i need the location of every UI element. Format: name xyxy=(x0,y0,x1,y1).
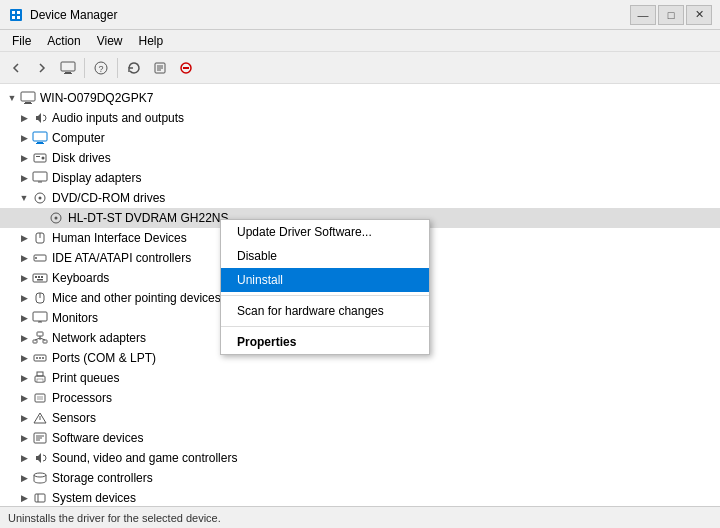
svg-rect-45 xyxy=(37,332,43,336)
svg-rect-38 xyxy=(41,276,43,278)
audio-icon xyxy=(32,110,48,126)
toolbar-refresh[interactable] xyxy=(122,56,146,80)
mouse-icon xyxy=(32,290,48,306)
ctx-update-driver[interactable]: Update Driver Software... xyxy=(221,220,429,244)
ctx-disable[interactable]: Disable xyxy=(221,244,429,268)
expand-root: ▼ xyxy=(4,88,20,108)
tree-item-label: Human Interface Devices xyxy=(52,231,187,245)
storage-icon xyxy=(32,470,48,486)
tree-item-label: Monitors xyxy=(52,311,98,325)
ide-icon xyxy=(32,250,48,266)
tree-item-label: Processors xyxy=(52,391,112,405)
svg-rect-0 xyxy=(10,9,22,21)
tree-item-display[interactable]: ▶ Display adapters xyxy=(0,168,720,188)
root-icon xyxy=(20,90,36,106)
toolbar: ? xyxy=(0,52,720,84)
toolbar-computer[interactable] xyxy=(56,56,80,80)
ctx-item-label: Disable xyxy=(237,249,277,263)
system-icon xyxy=(32,490,48,506)
processor-icon xyxy=(32,390,48,406)
svg-rect-23 xyxy=(36,156,40,157)
app-icon xyxy=(8,7,24,23)
expand-icon: ▶ xyxy=(16,128,32,148)
menu-view[interactable]: View xyxy=(89,30,131,52)
svg-rect-1 xyxy=(12,11,15,14)
menu-file[interactable]: File xyxy=(4,30,39,52)
svg-rect-46 xyxy=(33,340,37,343)
menu-help[interactable]: Help xyxy=(131,30,172,52)
maximize-button[interactable]: □ xyxy=(658,5,684,25)
tree-item-sensors[interactable]: ▶ Sensors xyxy=(0,408,720,428)
expand-icon: ▶ xyxy=(16,228,32,248)
svg-rect-18 xyxy=(24,103,32,104)
tree-item-label: Software devices xyxy=(52,431,143,445)
dvd-icon xyxy=(32,190,48,206)
expand-icon: ▶ xyxy=(16,428,32,448)
expand-icon: ▶ xyxy=(16,468,32,488)
tree-item-print[interactable]: ▶ Print queues xyxy=(0,368,720,388)
tree-item-label: System devices xyxy=(52,491,136,505)
tree-item-system[interactable]: ▶ System devices xyxy=(0,488,720,506)
tree-item-label: Disk drives xyxy=(52,151,111,165)
toolbar-back[interactable] xyxy=(4,56,28,80)
toolbar-help[interactable]: ? xyxy=(89,56,113,80)
toolbar-forward[interactable] xyxy=(30,56,54,80)
disk-icon xyxy=(32,150,48,166)
tree-item-label: Print queues xyxy=(52,371,119,385)
svg-point-28 xyxy=(39,197,42,200)
ports-icon xyxy=(32,350,48,366)
ctx-item-label: Properties xyxy=(237,335,296,349)
close-button[interactable]: ✕ xyxy=(686,5,712,25)
toolbar-properties[interactable] xyxy=(148,56,172,80)
menu-action[interactable]: Action xyxy=(39,30,88,52)
svg-line-49 xyxy=(35,338,40,340)
svg-rect-37 xyxy=(38,276,40,278)
tree-item-label: Sensors xyxy=(52,411,96,425)
svg-point-34 xyxy=(35,257,37,259)
svg-rect-25 xyxy=(33,172,47,181)
display-icon xyxy=(32,170,48,186)
cdrom-icon xyxy=(48,210,64,226)
expand-icon: ▶ xyxy=(16,368,32,388)
ctx-item-label: Update Driver Software... xyxy=(237,225,372,239)
tree-item-sound[interactable]: ▶ Sound, video and game controllers xyxy=(0,448,720,468)
svg-rect-2 xyxy=(17,11,20,14)
expand-icon: ▶ xyxy=(16,108,32,128)
svg-point-52 xyxy=(36,357,38,359)
svg-rect-39 xyxy=(37,279,43,281)
toolbar-uninstall[interactable] xyxy=(174,56,198,80)
ctx-scan[interactable]: Scan for hardware changes xyxy=(221,299,429,323)
tree-item-software[interactable]: ▶ Software devices xyxy=(0,428,720,448)
expand-icon xyxy=(32,208,48,228)
window-controls: — □ ✕ xyxy=(630,5,712,25)
title-bar: Device Manager — □ ✕ xyxy=(0,0,720,30)
tree-item-processors[interactable]: ▶ Processors xyxy=(0,388,720,408)
tree-item-label: Network adapters xyxy=(52,331,146,345)
tree-root[interactable]: ▼ WIN-O079DQ2GPK7 xyxy=(0,88,720,108)
svg-line-50 xyxy=(40,338,45,340)
svg-rect-59 xyxy=(37,396,43,400)
ctx-separator-2 xyxy=(221,326,429,327)
tree-item-label: Sound, video and game controllers xyxy=(52,451,237,465)
ctx-item-label: Uninstall xyxy=(237,273,283,287)
expand-icon: ▶ xyxy=(16,408,32,428)
tree-item-label: Display adapters xyxy=(52,171,141,185)
svg-rect-21 xyxy=(36,143,44,144)
svg-point-54 xyxy=(42,357,44,359)
toolbar-separator-1 xyxy=(84,58,85,78)
svg-point-65 xyxy=(34,473,46,477)
tree-item-dvd[interactable]: ▼ DVD/CD-ROM drives xyxy=(0,188,720,208)
tree-item-computer[interactable]: ▶ Computer xyxy=(0,128,720,148)
minimize-button[interactable]: — xyxy=(630,5,656,25)
ctx-uninstall[interactable]: Uninstall xyxy=(221,268,429,292)
svg-rect-47 xyxy=(43,340,47,343)
tree-item-storage[interactable]: ▶ Storage controllers xyxy=(0,468,720,488)
tree-item-disk[interactable]: ▶ Disk drives xyxy=(0,148,720,168)
tree-item-audio[interactable]: ▶ Audio inputs and outputs xyxy=(0,108,720,128)
svg-rect-19 xyxy=(33,132,47,141)
svg-rect-35 xyxy=(33,274,47,282)
hid-icon xyxy=(32,230,48,246)
ctx-properties[interactable]: Properties xyxy=(221,330,429,354)
computer-icon xyxy=(32,130,48,146)
expand-icon: ▶ xyxy=(16,448,32,468)
